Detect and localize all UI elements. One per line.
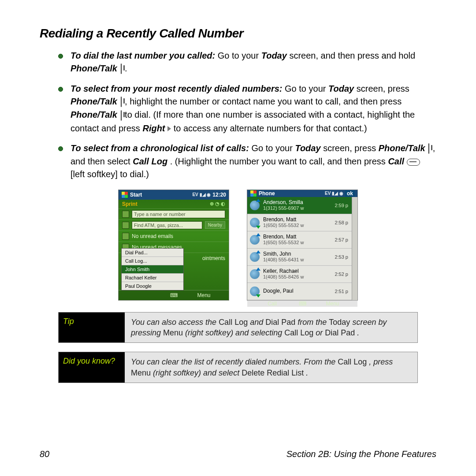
page-footer: 80 Section 2B: Using the Phone Features — [40, 449, 436, 459]
text: Go to your — [218, 51, 261, 60]
find-icon — [122, 222, 129, 229]
text: and — [250, 318, 265, 327]
call-log-row: Keller, Rachael1(408) 555-8426 w2:52 p — [247, 266, 352, 283]
partial-text: ointments — [202, 255, 225, 261]
call-entry-number: 1(650) 555-5532 w — [263, 223, 335, 228]
today-screenshot: Start EV ▮◢ ◉ 12:20 Sprint ⊕ ◔ ◐ Type a … — [118, 190, 229, 301]
call-entry-text: Doogle, Paul — [262, 288, 335, 294]
today-ref: Today — [329, 318, 350, 327]
text: [left softkey] to dial.) — [71, 169, 149, 179]
call-log-ref: Call Log — [133, 156, 167, 166]
text: screen, press — [357, 84, 409, 93]
calllog-screenshot: Phone EV ▮◢ ◉ ok Anderson, Smilla1(312) … — [247, 190, 358, 301]
phone-talk-icon — [428, 143, 429, 154]
call-ref: Call — [388, 156, 404, 166]
call-log-row: Brendon, Matt1(650) 555-5532 w2:57 p — [247, 231, 352, 249]
keyboard-icon: ⌨ — [168, 292, 179, 298]
call-entry-number: 1(408) 555-6431 w — [263, 257, 335, 262]
call-log-row: Doogle, Paul2:51 p — [247, 283, 352, 300]
call-direction-icon — [247, 214, 262, 231]
search-icon — [122, 211, 129, 218]
bullet-chronological: To select from a chronological list of c… — [58, 142, 436, 181]
instruction-list: To dial the last number you called: Go t… — [58, 49, 436, 181]
tip-box: Tip You can also access the Call Log and… — [58, 312, 418, 343]
popup-item: Rachael Keller — [122, 273, 183, 282]
call-entry-name: Smith, John — [263, 251, 335, 257]
delete-redial-ref: Delete Redial List — [242, 368, 304, 377]
call-entry-number: 1(312) 555-6907 w — [263, 205, 335, 211]
sk-menu: Menu — [308, 301, 357, 307]
emails-row: No unread emails — [119, 231, 229, 242]
call-entry-text: Smith, John1(408) 555-6431 w — [262, 251, 335, 262]
call-entry-name: Anderson, Smilla — [263, 200, 335, 205]
scrollbar — [352, 197, 357, 300]
phone-talk-icon — [121, 97, 122, 107]
softkey-icon — [407, 159, 420, 166]
call-log-ref: Call Log — [284, 328, 313, 337]
phone-talk-ref: Phone/Talk — [71, 97, 117, 106]
call-list: Anderson, Smilla1(312) 555-6907 w2:59 pB… — [247, 197, 352, 300]
section-heading: Redialing a Recently Called Number — [40, 26, 436, 41]
phone-talk-ref: Phone/Talk — [379, 143, 425, 153]
menu-ref: Menu — [163, 328, 183, 337]
bullet-lead: To select from your most recently dialed… — [71, 84, 283, 93]
text: You can also access the — [131, 318, 219, 327]
tip-body: You can also access the Call Log and Dia… — [125, 312, 417, 343]
did-you-know-box: Did you know? You can clear the list of … — [58, 352, 418, 383]
nearby-button: Nearby — [205, 221, 225, 229]
text: . — [357, 328, 359, 337]
call-entry-time: 2:53 p — [335, 254, 348, 260]
popup-item: Call Log... — [122, 257, 183, 265]
text: Go to your — [285, 84, 328, 93]
sk-call: Call — [247, 301, 297, 307]
dial-pad-ref: Dial Pad — [265, 318, 295, 327]
name-row: Type a name or number — [119, 208, 229, 219]
phone-talk-icon — [121, 63, 122, 74]
call-direction-icon — [247, 231, 262, 248]
status-icons: EV ▮◢ ◉ — [325, 191, 343, 196]
today-ref: Today — [261, 51, 287, 60]
text: . — [125, 63, 127, 73]
bullet-recent-numbers: To select from your most recently dialed… — [58, 82, 436, 134]
sk-menu: Menu — [179, 292, 229, 298]
softkey-bar: Call ⌨ Menu — [247, 300, 357, 307]
text: to access any alternate numbers for that… — [174, 123, 367, 133]
call-log-ref: Call Log — [219, 318, 248, 327]
find-row: Find ATM, gas, pizza... Nearby — [119, 219, 229, 231]
right-arrow-icon — [167, 126, 171, 131]
text: , press — [369, 357, 393, 366]
phone-talk-ref: Phone/Talk — [71, 63, 117, 73]
bullet-dial-last: To dial the last number you called: Go t… — [58, 49, 436, 75]
emails-text: No unread emails — [132, 233, 173, 239]
call-entry-time: 2:58 p — [335, 220, 348, 225]
text: Go to your — [251, 143, 295, 153]
call-direction-icon — [247, 197, 262, 214]
text: (right softkey) and selecting — [185, 328, 284, 337]
title-text: Phone — [259, 190, 323, 197]
text: (right softkey) and select — [153, 368, 242, 377]
call-entry-time: 2:51 p — [335, 289, 348, 294]
popup-item: Paul Doogle — [122, 282, 183, 290]
call-entry-number: 1(408) 555-8426 w — [263, 274, 335, 279]
screenshot-row: Start EV ▮◢ ◉ 12:20 Sprint ⊕ ◔ ◐ Type a … — [40, 190, 436, 301]
call-entry-text: Keller, Rachael1(408) 555-8426 w — [262, 268, 335, 279]
right-ref: Right — [142, 123, 165, 133]
text: You can clear the list of recently diale… — [131, 357, 338, 366]
menu-ref: Menu — [131, 368, 151, 377]
bullet-lead: To dial the last number you called: — [71, 51, 215, 60]
keyboard-icon: ⌨ — [297, 301, 308, 307]
call-direction-icon — [247, 266, 262, 283]
find-input: Find ATM, gas, pizza... — [132, 221, 202, 229]
status-icons: EV ▮◢ ◉ — [192, 192, 211, 197]
title-text: Start — [130, 192, 190, 198]
call-log-row: Smith, John1(408) 555-6431 w2:53 p — [247, 249, 352, 266]
call-entry-text: Brendon, Matt1(650) 555-5532 w — [262, 217, 335, 228]
carrier-row: Sprint ⊕ ◔ ◐ — [119, 200, 229, 208]
tip-label: Tip — [59, 312, 125, 343]
popup-item: Dial Pad... — [122, 249, 183, 257]
call-log-ref: Call Log — [338, 357, 367, 366]
section-label: Section 2B: Using the Phone Features — [286, 449, 436, 459]
call-direction-icon — [247, 283, 262, 300]
call-entry-name: Brendon, Matt — [263, 217, 335, 223]
text: screen, press — [323, 143, 379, 153]
